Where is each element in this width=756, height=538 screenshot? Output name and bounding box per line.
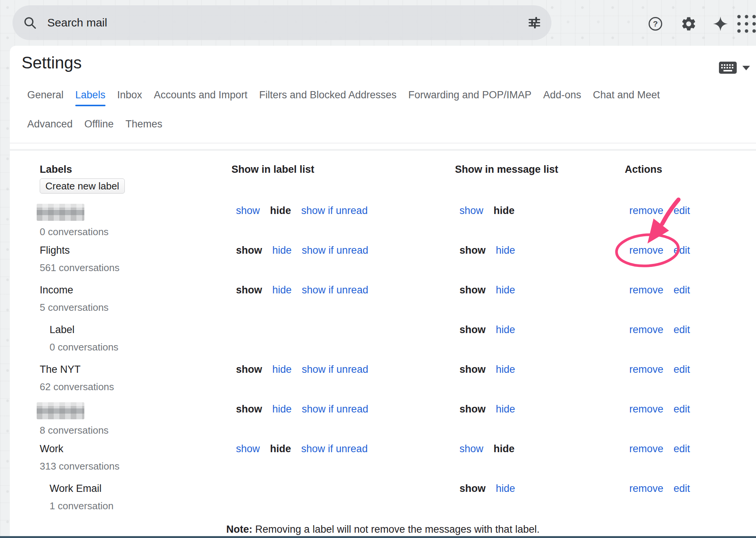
topbar-icons: ? bbox=[0, 0, 756, 45]
tab-themes[interactable]: Themes bbox=[126, 118, 163, 130]
label-list-options: showhideshow if unread bbox=[231, 363, 455, 376]
label-list-option-show[interactable]: show bbox=[236, 403, 262, 416]
label-row-the-nyt: The NYT62 conversationsshowhideshow if u… bbox=[40, 363, 756, 403]
message-list-option-show[interactable]: show bbox=[459, 363, 486, 376]
label-list-option-hide[interactable]: hide bbox=[272, 363, 292, 376]
actions-cell: removeedit bbox=[625, 205, 756, 217]
create-new-label-button[interactable]: Create new label bbox=[40, 178, 125, 194]
label-list-option-hide[interactable]: hide bbox=[272, 244, 292, 257]
conversation-count: 0 conversations bbox=[50, 341, 231, 353]
label-name-cell: 8 conversations bbox=[40, 403, 231, 436]
settings-panel: Settings GeneralLabelsInboxAccounts and … bbox=[10, 46, 756, 536]
label-list-option-show-if-unread[interactable]: show if unread bbox=[302, 244, 368, 257]
message-list-option-hide[interactable]: hide bbox=[496, 324, 515, 336]
message-list-option-hide[interactable]: hide bbox=[496, 244, 515, 257]
conversation-count: 1 conversation bbox=[50, 500, 231, 512]
action-edit[interactable]: edit bbox=[674, 403, 690, 416]
label-name-cell: Flights561 conversations bbox=[40, 244, 231, 274]
message-list-options: showhide bbox=[455, 284, 625, 296]
label-row-work-email: Work Email1 conversationshowhideremoveed… bbox=[40, 482, 756, 522]
help-button[interactable]: ? bbox=[647, 16, 664, 34]
label-row-redacted-0: 0 conversationsshowhideshow if unreadsho… bbox=[40, 205, 756, 244]
settings-button[interactable] bbox=[680, 16, 697, 34]
message-list-options: showhide bbox=[455, 482, 625, 495]
action-remove[interactable]: remove bbox=[629, 205, 663, 217]
label-list-option-show[interactable]: show bbox=[236, 284, 262, 296]
redacted-label-name bbox=[37, 204, 84, 221]
message-list-options: showhide bbox=[455, 363, 625, 376]
action-edit[interactable]: edit bbox=[674, 284, 690, 296]
action-remove[interactable]: remove bbox=[629, 443, 663, 455]
tab-inbox[interactable]: Inbox bbox=[117, 88, 142, 106]
message-list-option-show[interactable]: show bbox=[459, 443, 483, 455]
tab-forwarding-and-pop-imap[interactable]: Forwarding and POP/IMAP bbox=[408, 88, 532, 106]
tab-advanced[interactable]: Advanced bbox=[27, 118, 73, 130]
action-remove[interactable]: remove bbox=[629, 403, 663, 416]
message-list-option-hide[interactable]: hide bbox=[496, 363, 515, 376]
label-list-option-show-if-unread[interactable]: show if unread bbox=[302, 284, 368, 296]
tab-filters-and-blocked-addresses[interactable]: Filters and Blocked Addresses bbox=[259, 88, 396, 106]
label-list-option-show[interactable]: show bbox=[236, 205, 260, 217]
message-list-option-show[interactable]: show bbox=[459, 324, 486, 336]
redacted-label-name bbox=[37, 402, 84, 419]
action-edit[interactable]: edit bbox=[674, 205, 690, 217]
bottom-edge-strip bbox=[0, 536, 756, 538]
action-remove[interactable]: remove bbox=[629, 324, 663, 336]
label-name-cell: Work313 conversations bbox=[40, 443, 231, 472]
input-tools-selector[interactable] bbox=[719, 61, 756, 76]
label-list-option-hide[interactable]: hide bbox=[270, 443, 291, 455]
message-list-option-show[interactable]: show bbox=[459, 482, 486, 495]
message-list-option-hide[interactable]: hide bbox=[496, 403, 515, 416]
actions-cell: removeedit bbox=[625, 284, 756, 296]
actions-cell: removeedit bbox=[625, 482, 756, 495]
message-list-option-hide[interactable]: hide bbox=[494, 205, 515, 217]
actions-cell: removeedit bbox=[625, 324, 756, 336]
message-list-option-show[interactable]: show bbox=[459, 205, 483, 217]
gear-icon bbox=[680, 16, 697, 32]
action-edit[interactable]: edit bbox=[674, 324, 690, 336]
tab-add-ons[interactable]: Add-ons bbox=[543, 88, 581, 106]
message-list-option-hide[interactable]: hide bbox=[494, 443, 515, 455]
gemini-button[interactable] bbox=[713, 16, 728, 33]
label-list-option-hide[interactable]: hide bbox=[270, 205, 291, 217]
message-list-option-show[interactable]: show bbox=[459, 244, 486, 257]
tab-chat-and-meet[interactable]: Chat and Meet bbox=[593, 88, 660, 106]
label-list-option-show[interactable]: show bbox=[236, 244, 262, 257]
message-list-option-hide[interactable]: hide bbox=[496, 284, 515, 296]
conversation-count: 313 conversations bbox=[40, 460, 231, 472]
message-list-option-show[interactable]: show bbox=[459, 284, 486, 296]
label-list-option-show-if-unread[interactable]: show if unread bbox=[301, 205, 368, 217]
action-remove[interactable]: remove bbox=[629, 363, 663, 376]
label-list-option-show-if-unread[interactable]: show if unread bbox=[301, 443, 368, 455]
label-list-option-show[interactable]: show bbox=[236, 363, 262, 376]
tab-general[interactable]: General bbox=[27, 88, 64, 106]
action-remove[interactable]: remove bbox=[629, 284, 663, 296]
message-list-options: showhide bbox=[455, 443, 625, 455]
message-list-option-show[interactable]: show bbox=[459, 403, 486, 416]
action-edit[interactable]: edit bbox=[674, 363, 690, 376]
table-header-row: Labels Show in label list Show in messag… bbox=[40, 163, 756, 176]
tab-labels[interactable]: Labels bbox=[75, 88, 106, 106]
label-list-option-hide[interactable]: hide bbox=[272, 403, 292, 416]
message-list-options: showhide bbox=[455, 205, 625, 217]
label-list-option-hide[interactable]: hide bbox=[272, 284, 292, 296]
action-edit[interactable]: edit bbox=[674, 244, 690, 257]
page-title: Settings bbox=[22, 51, 82, 74]
apps-button[interactable] bbox=[735, 14, 756, 36]
label-rows: 0 conversationsshowhideshow if unreadsho… bbox=[40, 205, 756, 522]
action-edit[interactable]: edit bbox=[674, 482, 690, 495]
label-list-option-show-if-unread[interactable]: show if unread bbox=[302, 363, 368, 376]
action-remove[interactable]: remove bbox=[629, 245, 663, 256]
tab-offline[interactable]: Offline bbox=[84, 118, 114, 130]
label-name-cell: Label0 conversations bbox=[40, 324, 231, 353]
action-edit[interactable]: edit bbox=[674, 443, 690, 455]
tabs-row2: AdvancedOfflineThemes bbox=[27, 118, 741, 130]
message-list-option-hide[interactable]: hide bbox=[496, 482, 515, 495]
label-list-option-show-if-unread[interactable]: show if unread bbox=[302, 403, 368, 416]
tab-accounts-and-import[interactable]: Accounts and Import bbox=[154, 88, 248, 106]
footer-note: Note: Removing a label will not remove t… bbox=[10, 523, 756, 536]
label-list-option-show[interactable]: show bbox=[236, 443, 260, 455]
label-list-options: showhideshow if unread bbox=[231, 284, 455, 296]
action-remove[interactable]: remove bbox=[629, 482, 663, 495]
label-name: Work bbox=[40, 443, 231, 455]
